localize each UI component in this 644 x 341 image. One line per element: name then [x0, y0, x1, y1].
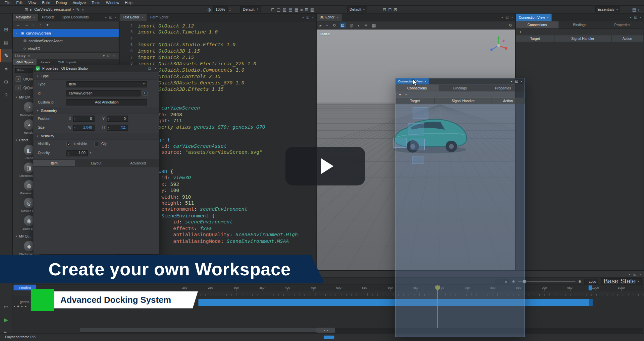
close-icon[interactable]: ×	[141, 15, 143, 19]
filter-icon[interactable]: ▼	[46, 23, 49, 27]
camera-icon[interactable]: ◐	[358, 23, 360, 27]
kit-selector-icon[interactable]: ▭	[0, 300, 12, 313]
run-button-icon[interactable]: ▶	[0, 314, 12, 327]
add-module-icon[interactable]: +	[16, 85, 21, 90]
end-frame-marker[interactable]	[589, 285, 592, 290]
caret-down-icon[interactable]: ▾	[105, 15, 107, 19]
type-combobox[interactable]: Item▾	[66, 81, 147, 87]
tab-item[interactable]: Item	[33, 160, 75, 166]
floating-connection-view[interactable]: Connection View× ▾ ◱ × Connections Bindi…	[395, 78, 525, 337]
floating-table-body[interactable]	[395, 104, 524, 337]
select-tool-icon[interactable]: ▸	[320, 23, 322, 27]
tab-open-documents[interactable]: Open Documents	[58, 13, 93, 21]
close-icon[interactable]: ×	[547, 16, 549, 19]
back-icon[interactable]: ←	[16, 23, 20, 27]
menu-view[interactable]: View	[25, 0, 39, 6]
section-geometry[interactable]: ▾Geometry	[33, 108, 159, 114]
tab-bindings[interactable]: Bindings	[558, 21, 601, 28]
layout-grid-icon[interactable]: ▦	[294, 7, 299, 11]
id-input[interactable]: carViewScreen	[66, 90, 140, 96]
menu-file[interactable]: File	[2, 0, 13, 6]
float-panel-icon[interactable]: ◱	[306, 15, 309, 19]
add-module-icon[interactable]: +	[16, 76, 21, 82]
wizard-icon[interactable]: ▧	[310, 7, 314, 11]
format-select[interactable]: Default⇅	[240, 7, 261, 12]
float-panel-icon[interactable]: ◱	[515, 80, 518, 83]
edit-document-icon[interactable]: ✎	[76, 7, 79, 11]
forward-icon[interactable]: →	[24, 23, 28, 27]
y-spinbox[interactable]: ▴▾0	[107, 116, 128, 122]
timeline-zoom-slider[interactable]	[518, 281, 575, 282]
menu-analyze[interactable]: Analyze	[70, 0, 89, 6]
tab-navigator[interactable]: Navigator×	[13, 13, 39, 21]
rotate-tool-icon[interactable]: ⟲	[332, 23, 335, 27]
tab-form-editor[interactable]: Form Editor	[147, 13, 172, 21]
close-panel-icon[interactable]: ×	[521, 80, 523, 83]
snap-toggle-icon[interactable]: ⊡	[383, 7, 386, 11]
animation-track-end[interactable]	[589, 299, 593, 306]
float-panel-icon[interactable]: ◱	[633, 272, 636, 276]
add-annotation-button[interactable]: Add Annotation	[66, 99, 147, 105]
float-panel-icon[interactable]: ◱	[107, 54, 110, 58]
close-icon[interactable]: ×	[336, 15, 338, 19]
tab-text-editor[interactable]: Text Editor×	[119, 13, 147, 21]
column-header[interactable]: Target	[395, 97, 435, 104]
welcome-mode-icon[interactable]: ⊞	[0, 23, 12, 36]
tab-properties[interactable]: Properties	[601, 21, 644, 28]
zoom-stepper[interactable]: ▴▾	[229, 7, 230, 12]
merge-icon[interactable]: ⊞	[305, 7, 308, 11]
zoom-level[interactable]: 100%	[213, 7, 227, 12]
close-panel-icon[interactable]: ×	[639, 272, 641, 276]
menu-edit[interactable]: Edit	[13, 0, 25, 6]
float-panel-icon[interactable]: ◱	[109, 15, 112, 19]
keyframe-icon[interactable]: ◆	[17, 305, 19, 308]
tab-connections[interactable]: Connections	[516, 21, 558, 28]
move-tool-icon[interactable]: +	[326, 23, 328, 27]
record-icon[interactable]: ●	[25, 305, 26, 308]
panel-splitter-grip[interactable]: ▴ ▾	[316, 328, 335, 333]
is-visible-checkbox[interactable]: ✓	[66, 142, 71, 146]
view-gizmo-icon[interactable]	[489, 35, 508, 54]
close-panel-icon[interactable]: ×	[640, 16, 642, 19]
chevron-down-icon[interactable]: ▾	[90, 151, 91, 155]
remove-connection-icon[interactable]: −	[405, 92, 407, 97]
move-up-icon[interactable]: ↑	[39, 23, 41, 27]
mode-select[interactable]: Essentials▾	[595, 7, 620, 12]
close-icon[interactable]: ×	[33, 15, 35, 19]
light-icon[interactable]: ☀	[364, 23, 368, 27]
tree-row-carviewscreen[interactable]: ▾ ▣ carViewScreen	[13, 29, 119, 37]
close-dialog-icon[interactable]: ×	[154, 66, 156, 70]
tab-projects[interactable]: Projects	[39, 13, 58, 21]
tab-assets[interactable]: Assets	[37, 59, 54, 65]
debug-mode-icon[interactable]: ✶	[0, 62, 12, 75]
close-panel-icon[interactable]: ×	[312, 15, 314, 19]
tab-properties[interactable]: Properties	[482, 84, 525, 91]
layout-panel-icon[interactable]: ▤	[632, 7, 636, 11]
scrollbar-handle[interactable]	[80, 328, 323, 332]
properties-dialog-titlebar[interactable]: Qt Properties - Qt Design Studio □ ×	[33, 65, 159, 72]
sidebar-toggle-icon[interactable]: ⊞	[24, 7, 28, 11]
caret-down-icon[interactable]: ▾	[103, 54, 105, 58]
timeline-end-field[interactable]: 1000	[584, 279, 598, 284]
close-panel-icon[interactable]: ×	[115, 15, 117, 19]
timeline-ruler[interactable]: 2002503003504004505005506006507007508008…	[12, 285, 644, 291]
anchors-icon[interactable]: ▢	[277, 7, 281, 11]
caret-down-icon[interactable]: ▾	[629, 272, 630, 276]
tree-row-carviewscreenasset[interactable]: ▨ carViewScreenAsset	[13, 37, 119, 45]
local-global-icon[interactable]: ◎	[350, 23, 354, 27]
menu-help[interactable]: Help	[122, 0, 136, 6]
feedback-icon[interactable]: ◻	[638, 7, 641, 11]
x-spinbox[interactable]: ▴▾0	[73, 116, 95, 122]
connection-table-body[interactable]	[516, 42, 644, 270]
menu-debug[interactable]: Debug	[53, 0, 70, 6]
state-select[interactable]: Base State▾	[601, 278, 642, 284]
tab-qml-imports[interactable]: QML Imports	[54, 59, 80, 65]
close-icon[interactable]: ×	[28, 54, 30, 58]
add-connection-icon[interactable]: +	[399, 92, 401, 97]
list-view-icon[interactable]: ≡	[300, 7, 303, 11]
layout-row-icon[interactable]: ▥	[282, 7, 286, 11]
next-keyframe-icon[interactable]: ▸	[21, 305, 23, 308]
help-mode-icon[interactable]: ?	[0, 88, 12, 101]
tab-3d-editor[interactable]: 3D Editor×	[317, 13, 342, 21]
menu-build[interactable]: Build	[39, 0, 53, 6]
